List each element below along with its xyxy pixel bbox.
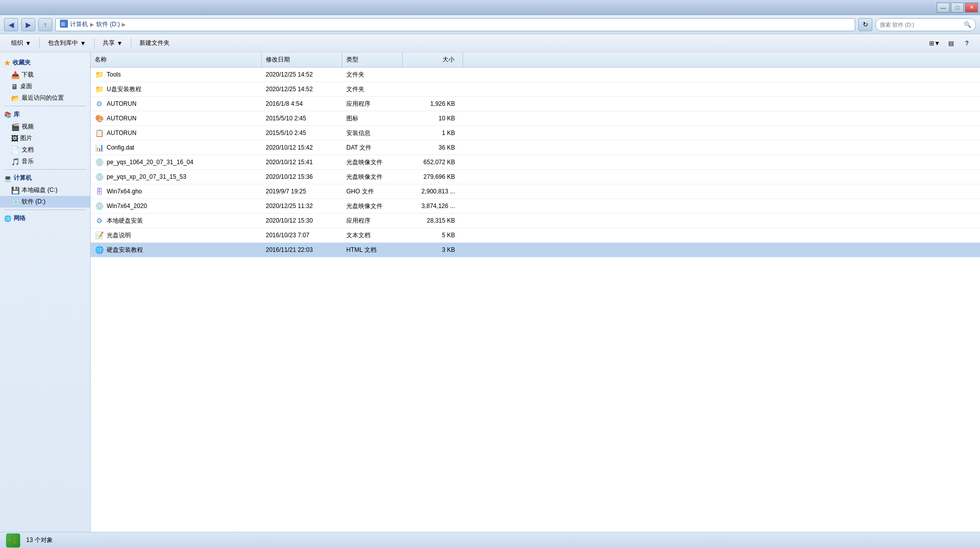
table-row[interactable]: ⚙ AUTORUN 2016/1/8 4:54 应用程序 1,926 KB xyxy=(91,97,980,111)
breadcrumb-computer[interactable]: 计算机 xyxy=(70,20,88,29)
col-header-name[interactable]: 名称 xyxy=(91,52,262,67)
file-name: 本地硬盘安装 xyxy=(107,217,143,225)
file-name: 硬盘安装教程 xyxy=(107,246,143,254)
computer-label: 计算机 xyxy=(14,174,32,182)
add-to-library-button[interactable]: 包含到库中 ▼ xyxy=(43,36,91,50)
sidebar-header-computer[interactable]: 💻 计算机 xyxy=(0,172,90,184)
add-to-library-label: 包含到库中 xyxy=(48,39,78,47)
cell-size: 10 KB xyxy=(403,112,463,124)
view-toggle-button[interactable]: ⊞ ▼ xyxy=(928,37,942,50)
sidebar-header-network[interactable]: 🌐 网络 xyxy=(0,212,90,225)
table-row[interactable]: 📝 光盘说明 2016/10/23 7:07 文本文档 5 KB xyxy=(91,228,980,243)
breadcrumb[interactable]: ⊞ 计算机 ▶ 软件 (D:) ▶ xyxy=(55,18,855,31)
file-list-container: 名称 修改日期 类型 大小 📁 Tools 2020/12/25 14:52 文… xyxy=(91,52,980,532)
file-name: pe_yqs_1064_20_07_31_16_04 xyxy=(107,159,193,166)
sidebar-item-video[interactable]: 🎬 视频 xyxy=(0,121,90,132)
forward-icon: ▶ xyxy=(26,21,31,29)
breadcrumb-sep-2: ▶ xyxy=(122,22,126,27)
sidebar-divider-2 xyxy=(4,169,86,170)
sidebar-item-desktop[interactable]: 🖥 桌面 xyxy=(0,81,90,92)
help-icon: ? xyxy=(965,40,968,47)
sidebar-item-music[interactable]: 🎵 音乐 xyxy=(0,156,90,167)
col-header-type[interactable]: 类型 xyxy=(342,52,403,67)
sidebar-item-drive-d[interactable]: 💿 软件 (D:) xyxy=(0,196,90,208)
sidebar-item-document[interactable]: 📄 文档 xyxy=(0,144,90,156)
back-icon: ◀ xyxy=(9,21,14,29)
status-icon: 🌿 xyxy=(6,533,20,547)
music-label: 音乐 xyxy=(22,157,34,166)
search-box[interactable]: 🔍 xyxy=(875,18,976,31)
col-header-size[interactable]: 大小 xyxy=(403,52,463,67)
forward-button[interactable]: ▶ xyxy=(21,18,35,31)
sidebar-section-favorites: ★ 收藏夹 📥 下载 🖥 桌面 📂 最近访问的位置 xyxy=(0,56,90,104)
refresh-button[interactable]: ↻ xyxy=(858,18,872,31)
share-button[interactable]: 共享 ▼ xyxy=(98,36,128,50)
ico-file-icon: 🎨 xyxy=(95,114,104,123)
window-controls: — □ ✕ xyxy=(937,3,978,13)
table-row[interactable]: 💿 pe_yqs_1064_20_07_31_16_04 2020/10/12 … xyxy=(91,155,980,170)
picture-icon: 🖼 xyxy=(11,134,18,143)
txt-file-icon: 📝 xyxy=(95,231,104,240)
html-file-icon: 🌐 xyxy=(95,245,104,254)
close-button[interactable]: ✕ xyxy=(965,3,978,13)
preview-pane-button[interactable]: ▤ xyxy=(944,37,958,50)
col-header-date[interactable]: 修改日期 xyxy=(262,52,342,67)
iso-file-icon: 💿 xyxy=(95,158,104,167)
refresh-icon: ↻ xyxy=(863,21,868,28)
sidebar-divider-3 xyxy=(4,210,86,210)
table-row[interactable]: 🎨 AUTORUN 2015/5/10 2:45 图标 10 KB xyxy=(91,111,980,126)
minimize-button[interactable]: — xyxy=(937,3,950,13)
new-folder-button[interactable]: 新建文件夹 xyxy=(134,36,175,50)
inf-file-icon: 📋 xyxy=(95,128,104,138)
cell-type: 光盘映像文件 xyxy=(342,170,403,184)
breadcrumb-sep-1: ▶ xyxy=(90,22,94,27)
cell-size: 1,926 KB xyxy=(403,98,463,110)
cell-size: 3 KB xyxy=(403,244,463,256)
gho-file-icon: 🗄 xyxy=(95,187,104,196)
folder-file-icon: 📁 xyxy=(95,85,104,94)
breadcrumb-drive[interactable]: 软件 (D:) xyxy=(96,20,120,29)
download-icon: 📥 xyxy=(11,71,20,79)
cell-type: 文件夹 xyxy=(342,68,403,82)
cell-name: 💿 pe_yqs_xp_20_07_31_15_53 xyxy=(91,170,262,184)
cell-name: 📁 U盘安装教程 xyxy=(91,82,262,96)
maximize-button[interactable]: □ xyxy=(951,3,964,13)
table-row[interactable]: ⚙ 本地硬盘安装 2020/10/12 15:30 应用程序 28,315 KB xyxy=(91,214,980,228)
table-row[interactable]: 💿 Win7x64_2020 2020/12/25 11:32 光盘映像文件 3… xyxy=(91,199,980,214)
table-row[interactable]: 🗄 Win7x64.gho 2019/9/7 19:25 GHO 文件 2,90… xyxy=(91,184,980,199)
table-row[interactable]: 💿 pe_yqs_xp_20_07_31_15_53 2020/10/12 15… xyxy=(91,170,980,184)
cell-name: 📝 光盘说明 xyxy=(91,228,262,242)
drive-d-icon: 💿 xyxy=(11,198,20,206)
folder-file-icon: 📁 xyxy=(95,70,104,79)
sidebar-item-drive-c[interactable]: 💾 本地磁盘 (C:) xyxy=(0,184,90,196)
sidebar-section-computer: 💻 计算机 💾 本地磁盘 (C:) 💿 软件 (D:) xyxy=(0,172,90,208)
table-row[interactable]: 📊 Config.dat 2020/10/12 15:42 DAT 文件 36 … xyxy=(91,141,980,155)
computer-icon: 💻 xyxy=(4,175,12,182)
document-label: 文档 xyxy=(22,146,34,154)
exe-file-icon: ⚙ xyxy=(95,99,104,108)
help-button[interactable]: ? xyxy=(960,37,974,50)
sidebar-header-favorites[interactable]: ★ 收藏夹 xyxy=(0,56,90,69)
sidebar-section-network: 🌐 网络 xyxy=(0,212,90,225)
sidebar-header-library[interactable]: 📚 库 xyxy=(0,108,90,121)
cell-name: 💿 Win7x64_2020 xyxy=(91,199,262,213)
table-row[interactable]: 🌐 硬盘安装教程 2016/11/21 22:03 HTML 文档 3 KB xyxy=(91,243,980,257)
file-name: Tools xyxy=(107,71,121,78)
up-button[interactable]: ↑ xyxy=(38,18,52,31)
back-button[interactable]: ◀ xyxy=(4,18,18,31)
library-label: 库 xyxy=(14,110,20,119)
organize-button[interactable]: 组织 ▼ xyxy=(6,36,36,50)
table-row[interactable]: 📁 Tools 2020/12/25 14:52 文件夹 xyxy=(91,67,980,82)
sidebar-item-download[interactable]: 📥 下载 xyxy=(0,69,90,81)
toolbar-separator-3 xyxy=(131,38,131,49)
table-row[interactable]: 📋 AUTORUN 2015/5/10 2:45 安装信息 1 KB xyxy=(91,126,980,141)
sidebar-item-picture[interactable]: 🖼 图片 xyxy=(0,132,90,144)
svg-text:⊞: ⊞ xyxy=(61,21,65,27)
status-text: 13 个对象 xyxy=(26,536,53,544)
cell-size: 5 KB xyxy=(403,229,463,241)
sidebar-item-recent[interactable]: 📂 最近访问的位置 xyxy=(0,92,90,104)
cell-type: 文件夹 xyxy=(342,83,403,96)
search-input[interactable] xyxy=(880,22,962,28)
share-label: 共享 xyxy=(103,39,115,47)
table-row[interactable]: 📁 U盘安装教程 2020/12/25 14:52 文件夹 xyxy=(91,82,980,97)
